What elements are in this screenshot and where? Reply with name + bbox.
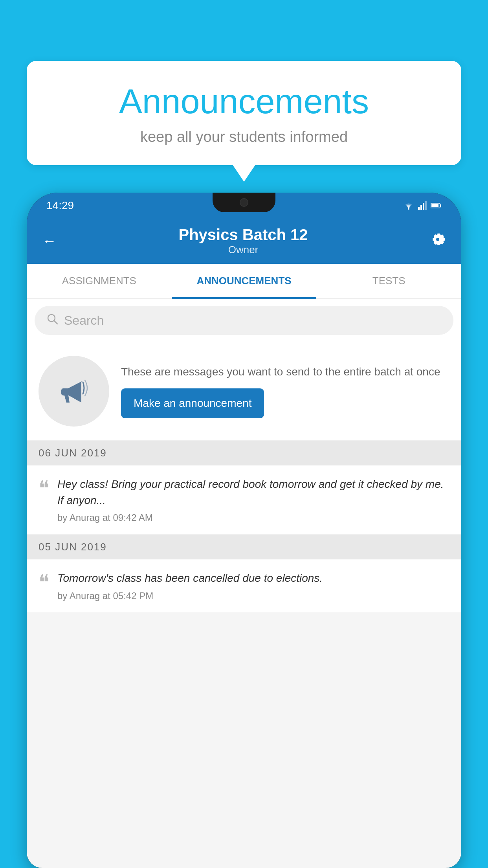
speech-bubble-subtitle: keep all your students informed: [50, 129, 438, 145]
signal-icon: [418, 201, 427, 210]
phone-content: Search These are messages you want to se…: [27, 299, 461, 868]
tab-assignments[interactable]: ASSIGNMENTS: [27, 264, 172, 298]
tab-announcements[interactable]: ANNOUNCEMENTS: [172, 264, 317, 298]
settings-button[interactable]: [430, 232, 446, 251]
announcement-icon-circle: [39, 356, 109, 427]
gear-icon: [430, 232, 446, 247]
notch: [213, 193, 275, 212]
search-icon: [46, 313, 58, 328]
camera: [240, 198, 248, 207]
announcement-author-2: by Anurag at 05:42 PM: [57, 590, 449, 601]
wifi-icon: [403, 201, 414, 210]
announcement-item-2: ❝ Tomorrow's class has been cancelled du…: [27, 559, 461, 613]
announcement-text-block-2: Tomorrow's class has been cancelled due …: [57, 570, 449, 601]
speech-bubble-container: Announcements keep all your students inf…: [27, 61, 461, 165]
announcement-prompt: These are messages you want to send to t…: [27, 342, 461, 441]
phone-frame: 14:29: [27, 193, 461, 868]
date-divider-1: 06 JUN 2019: [27, 441, 461, 465]
announcement-message-1: Hey class! Bring your practical record b…: [57, 476, 449, 508]
svg-rect-2: [420, 205, 422, 210]
status-icons: [403, 201, 442, 210]
svg-rect-3: [423, 203, 424, 210]
speech-bubble: Announcements keep all your students inf…: [27, 61, 461, 165]
announcement-right: These are messages you want to send to t…: [121, 364, 449, 418]
date-divider-2: 05 JUN 2019: [27, 535, 461, 559]
announcement-item-1: ❝ Hey class! Bring your practical record…: [27, 465, 461, 535]
announcement-text-block-1: Hey class! Bring your practical record b…: [57, 476, 449, 523]
header-subtitle: Owner: [57, 244, 430, 256]
search-bar[interactable]: Search: [35, 306, 453, 335]
speech-bubble-title: Announcements: [50, 83, 438, 121]
svg-line-9: [54, 321, 57, 324]
quote-icon-2: ❝: [39, 572, 50, 593]
back-button[interactable]: ←: [42, 233, 57, 249]
svg-point-0: [408, 208, 409, 210]
make-announcement-button[interactable]: Make an announcement: [121, 388, 264, 418]
header-title: Physics Batch 12: [57, 226, 430, 244]
status-bar: 14:29: [27, 193, 461, 218]
battery-icon: [431, 202, 442, 209]
search-bar-container: Search: [27, 299, 461, 342]
announcement-author-1: by Anurag at 09:42 AM: [57, 512, 449, 523]
quote-icon-1: ❝: [39, 478, 50, 499]
status-time: 14:29: [46, 199, 74, 212]
search-magnifier-icon: [46, 313, 58, 325]
svg-rect-4: [425, 201, 427, 210]
svg-rect-6: [440, 204, 441, 207]
announcement-message-2: Tomorrow's class has been cancelled due …: [57, 570, 449, 587]
svg-rect-7: [431, 204, 438, 207]
tabs-bar: ASSIGNMENTS ANNOUNCEMENTS TESTS: [27, 264, 461, 299]
tab-tests[interactable]: TESTS: [316, 264, 461, 298]
app-header: ← Physics Batch 12 Owner: [27, 218, 461, 264]
announcement-description: These are messages you want to send to t…: [121, 364, 449, 379]
search-placeholder-text: Search: [64, 313, 104, 328]
header-center: Physics Batch 12 Owner: [57, 226, 430, 256]
megaphone-icon: [56, 373, 92, 409]
svg-rect-1: [418, 207, 420, 210]
